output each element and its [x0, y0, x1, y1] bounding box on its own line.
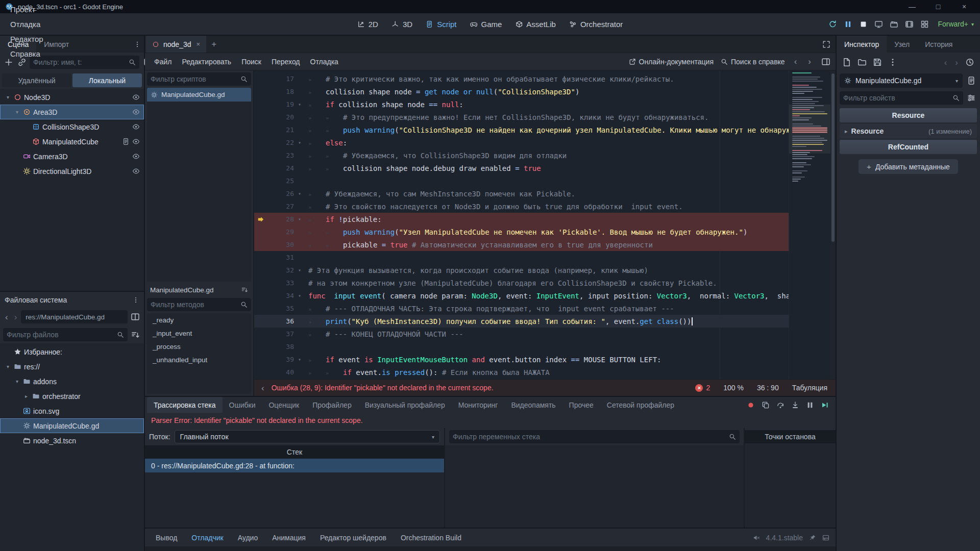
script-menu-Отладка[interactable]: Отладка	[305, 55, 344, 68]
fs-back-icon[interactable]: ‹	[3, 313, 10, 321]
restart-icon[interactable]	[828, 20, 837, 29]
code-line-29[interactable]: 29»»push_warning("Узел ManipulatedCube н…	[254, 226, 836, 238]
workspace-Script[interactable]: Script	[420, 17, 462, 32]
fs-current-path[interactable]: res://ManipulatedCube.gd	[21, 310, 128, 323]
fs-split-mode-icon[interactable]	[131, 312, 140, 321]
error-count-badge[interactable]: × 2	[695, 384, 710, 392]
debugger-tab-Прочее[interactable]: Прочее	[562, 397, 600, 413]
scene-node-Node3D[interactable]: ▾Node3D	[0, 90, 144, 105]
code-line-34[interactable]: 34▾func _input_event(_camera_node_param:…	[254, 289, 836, 302]
script-history-forward-icon[interactable]: ›	[806, 57, 813, 66]
new-resource-icon[interactable]	[842, 58, 851, 67]
bottom-panel-Аудио[interactable]: Аудио	[231, 531, 265, 545]
code-line-17[interactable]: 17»# Это критически важно, так как именн…	[254, 72, 836, 85]
step-into-icon[interactable]	[791, 401, 799, 409]
method-item-_ready[interactable]: _ready	[147, 313, 251, 327]
debugger-tab-Оценщик[interactable]: Оценщик	[262, 397, 306, 413]
debugger-tab-Видеопамять[interactable]: Видеопамять	[504, 397, 562, 413]
thread-select[interactable]: Главный поток ▾	[175, 430, 440, 443]
save-resource-icon[interactable]	[873, 58, 882, 67]
code-line-36[interactable]: 36»print("Куб (MeshInstance3D) получил с…	[254, 315, 836, 328]
debugger-tab-Ошибки[interactable]: Ошибки	[223, 397, 262, 413]
file-item-res://[interactable]: ▾res://	[0, 359, 144, 374]
visibility-toggle-icon[interactable]	[132, 123, 140, 131]
code-line-19[interactable]: 19▾»if collision_shape_node == null:	[254, 98, 836, 111]
add-scene-tab-button[interactable]: +	[206, 36, 222, 53]
copy-error-icon[interactable]	[762, 401, 770, 409]
sort-members-icon[interactable]	[241, 286, 248, 293]
property-filter-input[interactable]	[843, 94, 949, 102]
stack-variables-filter-input[interactable]	[453, 433, 726, 441]
dock-menu-icon[interactable]	[134, 41, 141, 48]
mute-audio-icon[interactable]	[753, 534, 760, 541]
script-history-back-icon[interactable]: ‹	[792, 57, 799, 66]
inspector-tab-Инспектор[interactable]: Инспектор	[837, 36, 887, 53]
expand-editor-icon[interactable]	[822, 40, 830, 48]
zoom-level[interactable]: 100 %	[723, 384, 744, 392]
filesystem-menu-icon[interactable]	[132, 296, 139, 304]
add-metadata-button[interactable]: +Добавить метаданные	[859, 159, 958, 174]
code-line-26[interactable]: 26▾»# Убеждаемся, что сам MeshInstance3D…	[254, 187, 836, 200]
methods-filter-input[interactable]	[151, 300, 237, 309]
break-icon[interactable]	[806, 401, 814, 409]
maximize-button[interactable]: □	[927, 3, 949, 11]
method-item-_unhandled_input[interactable]: _unhandled_input	[147, 353, 251, 366]
code-line-21[interactable]: 21»»push_warning("CollisionShape3D не на…	[254, 123, 836, 136]
scene-node-Camera3D[interactable]: Camera3D	[0, 149, 144, 164]
remote-window-icon[interactable]	[874, 20, 883, 29]
script-menu-Переход[interactable]: Переход	[266, 55, 305, 68]
code-line-18[interactable]: 18»collision_shape_node = get_node_or_nu…	[254, 85, 836, 98]
menu-Справка[interactable]: Справка	[4, 46, 50, 61]
code-line-28[interactable]: 28▾»if !pickable:	[254, 213, 836, 226]
method-item-_process[interactable]: _process	[147, 340, 251, 353]
debugger-tab-Мониторинг[interactable]: Мониторинг	[452, 397, 505, 413]
scene-node-ManipulatedCube[interactable]: ManipulatedCube	[0, 134, 144, 149]
bottom-panel-Orchestration Build[interactable]: Orchestration Build	[394, 531, 468, 545]
continue-icon[interactable]	[821, 401, 829, 409]
history-icon[interactable]	[965, 58, 974, 67]
fs-forward-icon[interactable]: ›	[12, 313, 19, 321]
scripts-panel-toggle-icon[interactable]	[821, 57, 830, 66]
view-tab-Удалённый[interactable]: Удалённый	[2, 73, 71, 87]
code-line-33[interactable]: 33# на этом конкретном узле (Manipulated…	[254, 277, 836, 289]
code-minimap[interactable]	[789, 70, 830, 379]
menu-Проект[interactable]: Проект	[4, 2, 50, 17]
stop-icon[interactable]	[859, 20, 868, 29]
scene-node-CollisionShape3D[interactable]: CollisionShape3D	[0, 119, 144, 134]
close-button[interactable]: ×	[953, 3, 975, 11]
file-item-Избранное:[interactable]: Избранное:	[0, 344, 144, 359]
code-line-30[interactable]: 30»»pickable = true # Автоматически уста…	[254, 238, 836, 251]
menu-Отладка[interactable]: Отладка	[4, 17, 50, 32]
scene-node-DirectionalLight3D[interactable]: DirectionalLight3D	[0, 164, 144, 179]
visibility-toggle-icon[interactable]	[132, 108, 140, 116]
scene-tab-node3d[interactable]: node_3d ×	[146, 36, 206, 53]
edited-object-selector[interactable]: ManipulatedCube.gd ▾	[840, 73, 963, 88]
bottom-panel-Редактор шейдеров[interactable]: Редактор шейдеров	[313, 531, 393, 545]
edit-script-icon[interactable]	[967, 76, 976, 85]
code-line-31[interactable]: 31	[254, 251, 836, 264]
menu-Редактор[interactable]: Редактор	[4, 32, 50, 46]
load-resource-icon[interactable]	[857, 58, 867, 67]
movie-reel-icon[interactable]	[905, 20, 914, 29]
workspace-2D[interactable]: 2D	[352, 17, 384, 32]
inspector-forward-icon[interactable]: ›	[953, 58, 960, 67]
scripts-filter-input[interactable]	[151, 75, 237, 83]
scrollbar-thumb[interactable]	[831, 73, 835, 242]
code-line-37[interactable]: 37»# --- КОНЕЦ ОТЛАДОЧНОЙ ЧАСТИ ---	[254, 328, 836, 340]
stack-frame[interactable]: 0 - res://ManipulatedCube.gd:28 - at fun…	[145, 459, 444, 472]
bottom-panel-Отладчик[interactable]: Отладчик	[185, 531, 230, 545]
code-line-25[interactable]: 25	[254, 174, 836, 187]
close-tab-icon[interactable]: ×	[197, 40, 201, 48]
script-menu-Поиск[interactable]: Поиск	[236, 55, 266, 68]
resource-menu-icon[interactable]	[888, 58, 897, 67]
renderer-grid-icon[interactable]	[920, 20, 929, 29]
file-item-icon.svg[interactable]: icon.svg	[0, 404, 144, 418]
inspector-group-Resource[interactable]: ▸Resource(1 изменение)	[840, 124, 977, 138]
workspace-3D[interactable]: 3D	[386, 17, 418, 32]
file-item-node_3d.tscn[interactable]: node_3d.tscn	[0, 433, 144, 448]
minimize-button[interactable]: —	[901, 3, 923, 11]
script-menu-Файл[interactable]: Файл	[149, 55, 177, 68]
pause-icon[interactable]	[844, 20, 852, 29]
code-line-27[interactable]: 27»# Это свойство наследуется от Node3D …	[254, 200, 836, 213]
menu-Сцена[interactable]: Сцена	[4, 0, 50, 2]
